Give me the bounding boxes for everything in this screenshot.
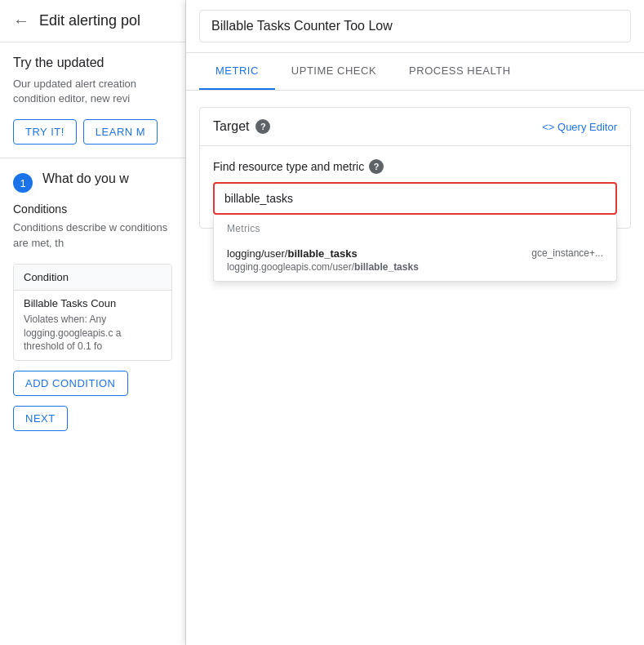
add-condition-button[interactable]: ADD CONDITION xyxy=(13,371,128,396)
try-buttons: TRY IT! LEARN M xyxy=(13,119,172,145)
modal-title-bar xyxy=(186,0,644,53)
target-title: Target ? xyxy=(213,119,270,134)
find-resource-help-icon[interactable]: ? xyxy=(369,159,384,174)
dropdown-item-metric: logging/user/billable_tasks xyxy=(227,247,419,260)
left-panel-header: ← Edit alerting pol xyxy=(0,0,185,42)
find-resource-text: Find resource type and metric xyxy=(213,160,364,173)
conditions-desc: Conditions describe w conditions are met… xyxy=(13,220,172,250)
condition-name: Billable Tasks Coun xyxy=(24,297,162,309)
modal-content: Target ? <> Query Editor Find resource t… xyxy=(186,91,644,645)
back-button[interactable]: ← xyxy=(13,11,29,30)
condition-card-body: Billable Tasks Coun Violates when: Any l… xyxy=(14,291,171,360)
condition-card: Condition Billable Tasks Coun Violates w… xyxy=(13,264,172,361)
metric-input-wrapper: Metrics logging/user/billable_tasks logg… xyxy=(213,182,617,215)
divider xyxy=(0,158,185,158)
learn-more-button[interactable]: LEARN M xyxy=(83,119,158,145)
dropdown-item-path: logging.googleapis.com/user/billable_tas… xyxy=(227,261,419,273)
try-it-button[interactable]: TRY IT! xyxy=(13,119,77,145)
target-section: Target ? <> Query Editor Find resource t… xyxy=(199,107,631,229)
try-updated-title: Try the updated xyxy=(13,56,172,70)
metric-dropdown: Metrics logging/user/billable_tasks logg… xyxy=(213,215,617,282)
target-header: Target ? <> Query Editor xyxy=(200,108,630,146)
tab-uptime-check[interactable]: UPTIME CHECK xyxy=(275,53,393,90)
condition-details: Violates when: Any logging.googleapis.c … xyxy=(24,313,162,354)
conditions-label: Conditions xyxy=(13,202,172,216)
dropdown-item-right: gce_instance+... xyxy=(531,247,603,259)
step-section: 1 What do you w Conditions Conditions de… xyxy=(0,171,185,431)
condition-card-header: Condition xyxy=(14,265,171,291)
tab-process-health[interactable]: PROCESS HEALTH xyxy=(393,53,527,90)
step-header: 1 What do you w xyxy=(13,171,172,193)
target-title-text: Target xyxy=(213,119,249,134)
path-bold: billable_tasks xyxy=(354,261,419,273)
dropdown-section-label: Metrics xyxy=(214,215,616,239)
target-body: Find resource type and metric ? Metrics … xyxy=(200,146,630,228)
metric-prefix: logging/user/ xyxy=(227,247,287,260)
dropdown-item[interactable]: logging/user/billable_tasks logging.goog… xyxy=(214,239,616,281)
modal-tabs: METRIC UPTIME CHECK PROCESS HEALTH xyxy=(186,53,644,91)
try-updated-section: Try the updated Our updated alert creati… xyxy=(13,56,172,145)
query-editor-link[interactable]: <> Query Editor xyxy=(542,121,617,133)
step-title: What do you w xyxy=(42,171,129,186)
next-button[interactable]: NEXT xyxy=(13,406,68,431)
modal-panel: METRIC UPTIME CHECK PROCESS HEALTH Targe… xyxy=(186,0,644,645)
policy-title-input[interactable] xyxy=(199,10,631,42)
dropdown-item-left: logging/user/billable_tasks logging.goog… xyxy=(227,247,419,273)
path-prefix: logging.googleapis.com/user/ xyxy=(227,261,354,273)
step-number: 1 xyxy=(13,173,33,193)
page-title: Edit alerting pol xyxy=(39,12,140,29)
try-updated-desc: Our updated alert creation condition edi… xyxy=(13,77,172,106)
metric-bold: billable_tasks xyxy=(287,247,357,260)
target-help-icon[interactable]: ? xyxy=(255,119,270,134)
metric-search-input[interactable] xyxy=(213,182,617,215)
find-resource-label: Find resource type and metric ? xyxy=(213,159,617,174)
tab-metric[interactable]: METRIC xyxy=(199,53,275,90)
left-panel: ← Edit alerting pol Try the updated Our … xyxy=(0,0,186,645)
